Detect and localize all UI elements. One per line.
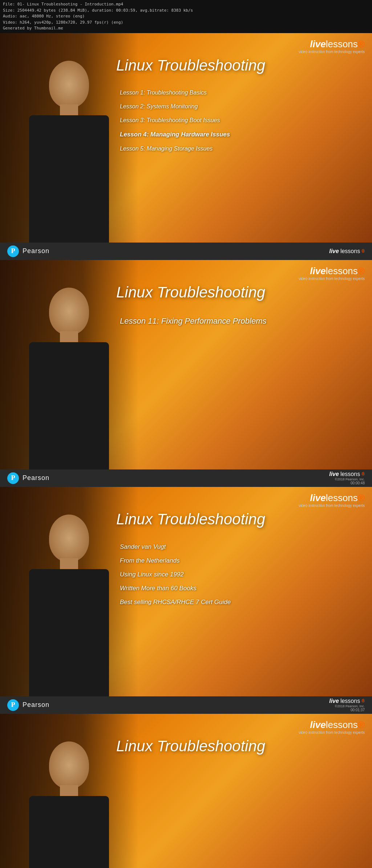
instructor-origin: From the Netherlands bbox=[120, 557, 361, 564]
person-body-1 bbox=[29, 115, 109, 243]
main-title-1: Linux Troubleshooting bbox=[116, 57, 365, 74]
live-small-2: live bbox=[329, 471, 339, 477]
registered-small-1: ® bbox=[361, 249, 365, 254]
livelessons-small-3: live lessons ® ©2018 Pearson, Inc. 00:01… bbox=[329, 698, 365, 712]
copyright-small-3: ©2018 Pearson, Inc. bbox=[335, 704, 365, 708]
pearson-label-1: Pearson bbox=[23, 247, 49, 255]
registered-3: ® bbox=[358, 492, 365, 503]
person-body-2 bbox=[29, 342, 109, 469]
registered-small-3: ® bbox=[361, 699, 365, 704]
person-body-4 bbox=[29, 796, 109, 868]
instructor-info-3: Sander van Vugt From the Netherlands Usi… bbox=[120, 543, 361, 612]
person-head-4 bbox=[49, 741, 89, 789]
registered-2: ® bbox=[358, 265, 365, 276]
lessons-small-2: lessons bbox=[340, 471, 360, 477]
pearson-p-icon-2: P bbox=[7, 472, 19, 484]
tagline-4: video instruction from technology expert… bbox=[299, 731, 365, 735]
instructor-experience: Using Linux since 1992 bbox=[120, 571, 361, 578]
pearson-label-3: Pearson bbox=[23, 701, 49, 709]
lessons-text-2: lessons bbox=[326, 265, 358, 276]
tagline-1: video instruction from technology expert… bbox=[299, 50, 365, 54]
live-text-4: live bbox=[310, 719, 326, 730]
tagline-3: video instruction from technology expert… bbox=[299, 504, 365, 508]
main-title-4: Linux Troubleshooting bbox=[116, 737, 365, 755]
bottom-bar-3: P Pearson live lessons ® ©2018 Pearson, … bbox=[0, 696, 372, 714]
livelessons-logo-4: livelessons® video instruction from tech… bbox=[299, 719, 365, 735]
bottom-bar-2: P Pearson live lessons ® ©2018 Pearson, … bbox=[0, 469, 372, 487]
main-title-2: Linux Troubleshooting bbox=[116, 284, 365, 301]
registered-4: ® bbox=[358, 719, 365, 730]
video-frame-4: livelessons® video instruction from tech… bbox=[0, 714, 372, 868]
pearson-p-icon-3: P bbox=[7, 699, 19, 711]
instructor-books: Written More than 60 Books bbox=[120, 585, 361, 592]
registered-small-2: ® bbox=[361, 472, 365, 477]
lesson-item-2: Lesson 2: Systems Monitoring bbox=[120, 103, 361, 110]
pearson-logo-1: P Pearson bbox=[7, 245, 49, 257]
livelessons-small-1: live lessons ® bbox=[329, 248, 365, 255]
person-head-2 bbox=[49, 288, 89, 335]
single-lesson-2: Lesson 11: Fixing Performance Problems bbox=[120, 316, 361, 326]
live-text-3: live bbox=[310, 492, 326, 503]
person-shape-4 bbox=[18, 734, 120, 868]
live-text-1: live bbox=[310, 39, 326, 49]
person-shape-1 bbox=[18, 53, 120, 243]
video-frame-3: livelessons® video instruction from tech… bbox=[0, 487, 372, 696]
pearson-p-icon-1: P bbox=[7, 245, 19, 257]
video-frame-1: livelessons® video instruction from tech… bbox=[0, 33, 372, 243]
livelessons-small-2: live lessons ® ©2018 Pearson, Inc. 00:00… bbox=[329, 471, 365, 485]
instructor-bestseller: Best selling RHCSA/RHCE 7 Cert Guide bbox=[120, 599, 361, 606]
bottom-bar-1: P Pearson live lessons ® bbox=[0, 243, 372, 260]
instructor-name: Sander van Vugt bbox=[120, 543, 361, 551]
lessons-small-3: lessons bbox=[340, 698, 360, 704]
live-small-1: live bbox=[329, 248, 339, 255]
pearson-logo-3: P Pearson bbox=[7, 699, 49, 711]
copyright-small-2: ©2018 Pearson, Inc. bbox=[335, 477, 365, 481]
person-body-3 bbox=[29, 569, 109, 696]
video-frame-2: livelessons® video instruction from tech… bbox=[0, 260, 372, 469]
lessons-small-1: lessons bbox=[340, 248, 360, 255]
lesson-item-3: Lesson 3: Troubleshooting Boot Issues bbox=[120, 117, 361, 124]
person-head-3 bbox=[49, 515, 89, 562]
person-shape-3 bbox=[18, 507, 120, 696]
file-info-line5: Generated by Thumbnail.me bbox=[3, 25, 369, 32]
person-head-1 bbox=[49, 61, 89, 108]
registered-1: ® bbox=[358, 39, 365, 49]
pearson-label-2: Pearson bbox=[23, 474, 49, 482]
live-text-2: live bbox=[310, 265, 326, 276]
lessons-text-4: lessons bbox=[326, 719, 358, 730]
lessons-text-1: lessons bbox=[326, 39, 358, 49]
main-title-3: Linux Troubleshooting bbox=[116, 511, 365, 528]
person-figure-4 bbox=[0, 714, 138, 868]
livelessons-logo-3: livelessons® video instruction from tech… bbox=[299, 492, 365, 508]
lesson-item-4: Lesson 4: Managing Hardware Issues bbox=[120, 131, 361, 138]
timestamp-3: 00:01:37 bbox=[351, 708, 365, 712]
lesson-list-1: Lesson 1: Troubleshooting Basics Lesson … bbox=[120, 89, 361, 159]
file-info-bar: File: 01- Linux Troubleshooting - Introd… bbox=[0, 0, 372, 33]
lessons-text-3: lessons bbox=[326, 492, 358, 503]
tagline-2: video instruction from technology expert… bbox=[299, 277, 365, 281]
pearson-logo-2: P Pearson bbox=[7, 472, 49, 484]
live-small-3: live bbox=[329, 698, 339, 704]
lesson-item-5: Lesson 5: Managing Storage Issues bbox=[120, 145, 361, 152]
person-shape-2 bbox=[18, 280, 120, 469]
file-info-line4: Video: h264, yuv420p, 1280x720, 29.97 fp… bbox=[3, 20, 369, 26]
file-info-line3: Audio: aac, 48000 Hz, stereo (eng) bbox=[3, 13, 369, 20]
lesson-item-1: Lesson 1: Troubleshooting Basics bbox=[120, 89, 361, 96]
timestamp-2: 00:00:48 bbox=[351, 481, 365, 485]
file-info-line2: Size: 2504449.42 bytes (238.84 MiB), dur… bbox=[3, 8, 369, 14]
livelessons-logo-2: livelessons® video instruction from tech… bbox=[299, 265, 365, 281]
livelessons-logo-1: livelessons® video instruction from tech… bbox=[299, 39, 365, 54]
file-info-line1: File: 01- Linux Troubleshooting - Introd… bbox=[3, 1, 369, 8]
